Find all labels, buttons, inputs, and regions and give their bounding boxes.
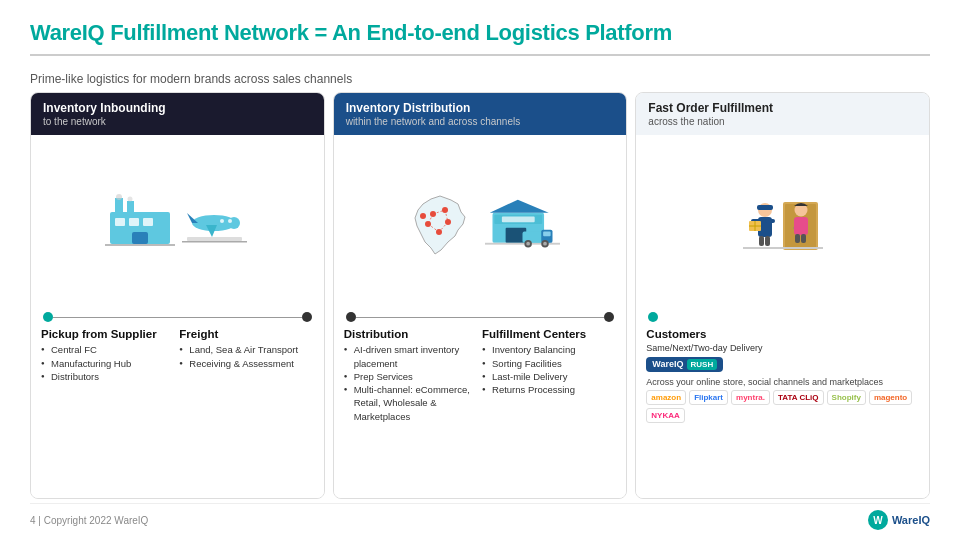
card-fast-header: Fast Order Fulfillment across the nation bbox=[636, 93, 929, 135]
timeline-dot-1 bbox=[43, 312, 53, 322]
distribution-content: Distribution AI-driven smart inventory p… bbox=[334, 324, 627, 498]
list-item: Prep Services bbox=[344, 370, 478, 383]
nykaa-logo: NYKAA bbox=[646, 408, 684, 423]
timeline-dot-5 bbox=[648, 312, 658, 322]
inbound-col-1: Pickup from Supplier Central FC Manufact… bbox=[41, 328, 175, 383]
inbound-col2-title: Freight bbox=[179, 328, 313, 340]
svg-rect-53 bbox=[759, 236, 764, 246]
svg-rect-17 bbox=[182, 241, 247, 243]
fast-timeline bbox=[636, 310, 929, 324]
list-item: Receiving & Assessment bbox=[179, 357, 313, 370]
svg-marker-30 bbox=[489, 200, 548, 213]
card-fast-title: Fast Order Fulfillment bbox=[648, 101, 917, 115]
svg-point-15 bbox=[220, 219, 224, 223]
subtitle: Prime-like logistics for modern brands a… bbox=[30, 72, 930, 86]
wareiq-logo-icon: W bbox=[868, 510, 888, 530]
list-item: Multi-channel: eCommerce, Retail, Wholes… bbox=[344, 383, 478, 423]
svg-rect-54 bbox=[765, 236, 770, 246]
list-item: Manufacturing Hub bbox=[41, 357, 175, 370]
card-distribution-sub: within the network and across channels bbox=[346, 116, 615, 127]
svg-point-40 bbox=[543, 242, 547, 246]
fast-illustration bbox=[636, 135, 929, 311]
svg-rect-57 bbox=[795, 234, 800, 243]
svg-point-23 bbox=[420, 213, 426, 219]
across-text: Across your online store, social channel… bbox=[646, 377, 919, 387]
wareiq-logo-text: WareIQ bbox=[892, 514, 930, 526]
india-map-illustration bbox=[401, 192, 481, 257]
list-item: Returns Processing bbox=[482, 383, 616, 396]
list-item: Last-mile Delivery bbox=[482, 370, 616, 383]
footer-logo: W WareIQ bbox=[868, 510, 930, 530]
card-distribution-header: Inventory Distribution within the networ… bbox=[334, 93, 627, 135]
list-item: Inventory Balancing bbox=[482, 343, 616, 356]
svg-rect-6 bbox=[129, 218, 139, 226]
customers-title: Customers bbox=[646, 328, 919, 340]
rush-tag: RUSH bbox=[687, 359, 718, 370]
timeline-dot-3 bbox=[346, 312, 356, 322]
inbound-timeline bbox=[31, 310, 324, 324]
timeline-dot-2 bbox=[302, 312, 312, 322]
fast-content: Customers Same/Next/Two-day Delivery War… bbox=[636, 324, 929, 498]
inbound-col2-list: Land, Sea & Air Transport Receiving & As… bbox=[179, 343, 313, 370]
distribution-col1-title: Distribution bbox=[344, 328, 478, 340]
tatacliq-logo: TATA CLiQ bbox=[773, 390, 824, 405]
svg-point-38 bbox=[526, 242, 530, 246]
list-item: Sorting Facilities bbox=[482, 357, 616, 370]
factory-illustration bbox=[105, 194, 175, 254]
card-inbound-sub: to the network bbox=[43, 116, 312, 127]
plane-svg bbox=[182, 199, 247, 249]
distribution-illustrations bbox=[334, 135, 627, 311]
inbound-col1-list: Central FC Manufacturing Hub Distributor… bbox=[41, 343, 175, 383]
title-teal: An End-to-end Logistics Platform bbox=[332, 20, 672, 45]
page: WareIQ Fulfillment Network = An End-to-e… bbox=[0, 0, 960, 540]
footer-copyright: 4 | Copyright 2022 WareIQ bbox=[30, 515, 148, 526]
cards-row: Inventory Inbounding to the network bbox=[30, 92, 930, 500]
person-door-svg bbox=[743, 192, 823, 257]
myntra-logo: myntra. bbox=[731, 390, 770, 405]
svg-rect-47 bbox=[757, 205, 773, 210]
inbound-two-col: Pickup from Supplier Central FC Manufact… bbox=[41, 328, 314, 383]
rush-badge: WareIQ RUSH bbox=[646, 357, 723, 372]
distribution-col2-list: Inventory Balancing Sorting Facilities L… bbox=[482, 343, 616, 396]
header-divider bbox=[30, 54, 930, 56]
timeline-line-2 bbox=[356, 317, 605, 319]
title-black: WareIQ Fulfillment Network = bbox=[30, 20, 327, 45]
list-item: Central FC bbox=[41, 343, 175, 356]
distribution-col2-title: Fulfillment Centers bbox=[482, 328, 616, 340]
timeline-line-1 bbox=[53, 317, 302, 319]
card-inbound-title: Inventory Inbounding bbox=[43, 101, 312, 115]
distribution-two-col: Distribution AI-driven smart inventory p… bbox=[344, 328, 617, 423]
card-inbound-body: Pickup from Supplier Central FC Manufact… bbox=[31, 135, 324, 499]
svg-rect-8 bbox=[132, 232, 148, 244]
svg-rect-41 bbox=[543, 231, 551, 236]
magento-logo: magento bbox=[869, 390, 912, 405]
svg-point-3 bbox=[128, 197, 133, 202]
rush-label: WareIQ bbox=[652, 359, 683, 369]
header: WareIQ Fulfillment Network = An End-to-e… bbox=[30, 20, 930, 56]
page-title: WareIQ Fulfillment Network = An End-to-e… bbox=[30, 20, 930, 46]
distribution-col-2: Fulfillment Centers Inventory Balancing … bbox=[482, 328, 616, 423]
timeline-dot-4 bbox=[604, 312, 614, 322]
svg-rect-10 bbox=[187, 237, 242, 241]
list-item: Land, Sea & Air Transport bbox=[179, 343, 313, 356]
factory-svg bbox=[105, 194, 175, 252]
india-map-svg bbox=[403, 192, 478, 257]
delivery-text: Same/Next/Two-day Delivery bbox=[646, 343, 919, 353]
card-fast: Fast Order Fulfillment across the nation bbox=[635, 92, 930, 500]
svg-rect-33 bbox=[501, 216, 534, 222]
card-distribution: Inventory Distribution within the networ… bbox=[333, 92, 628, 500]
svg-rect-58 bbox=[801, 234, 806, 243]
flipkart-logo: Flipkart bbox=[689, 390, 728, 405]
card-fast-sub: across the nation bbox=[648, 116, 917, 127]
card-inbound: Inventory Inbounding to the network bbox=[30, 92, 325, 500]
list-item: Distributors bbox=[41, 370, 175, 383]
card-distribution-title: Inventory Distribution bbox=[346, 101, 615, 115]
svg-rect-59 bbox=[743, 247, 823, 249]
inbound-col-2: Freight Land, Sea & Air Transport Receiv… bbox=[179, 328, 313, 383]
svg-rect-7 bbox=[143, 218, 153, 226]
distribution-col1-list: AI-driven smart inventory placement Prep… bbox=[344, 343, 478, 423]
card-fast-body: Customers Same/Next/Two-day Delivery War… bbox=[636, 135, 929, 499]
warehouse-illustration bbox=[485, 192, 560, 257]
svg-rect-49 bbox=[765, 219, 775, 223]
svg-rect-56 bbox=[794, 217, 808, 235]
